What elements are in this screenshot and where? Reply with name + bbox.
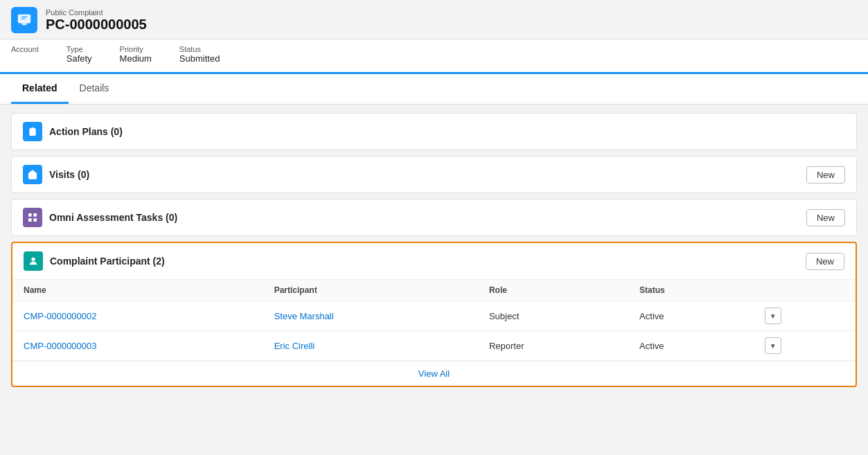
row2-participant: Eric Cirelli <box>263 331 478 361</box>
row2-status: Active <box>628 331 754 361</box>
row1-name: CMP-0000000002 <box>12 301 263 331</box>
complaint-participant-header: Complaint Participant (2) New <box>12 243 856 279</box>
omni-assessment-icon <box>23 208 42 227</box>
col-role: Role <box>478 280 628 301</box>
col-participant: Participant <box>263 280 478 301</box>
action-plans-header-left: Action Plans (0) <box>23 122 123 141</box>
row1-participant: Steve Marshall <box>263 301 478 331</box>
col-actions <box>754 280 856 301</box>
complaint-participant-title: Complaint Participant (2) <box>50 256 165 267</box>
tab-related[interactable]: Related <box>11 74 69 104</box>
meta-status: Status Submitted <box>179 45 220 64</box>
complaint-participant-new-button[interactable]: New <box>806 253 844 270</box>
meta-status-value: Submitted <box>179 53 220 64</box>
meta-type: Type Safety <box>67 45 92 64</box>
record-title: PC-0000000005 <box>46 17 147 33</box>
omni-assessment-header-left: Omni Assessment Tasks (0) <box>23 208 177 227</box>
complaint-participant-table: Name Participant Role Status CMP-0000000… <box>12 279 856 361</box>
action-plans-title: Action Plans (0) <box>49 126 123 137</box>
visits-title: Visits (0) <box>49 169 89 180</box>
meta-row: Account Type Safety Priority Medium Stat… <box>0 39 868 74</box>
meta-type-value: Safety <box>67 53 92 64</box>
row2-participant-link[interactable]: Eric Cirelli <box>274 341 315 351</box>
meta-account: Account <box>11 45 39 64</box>
row1-role: Subject <box>478 301 628 331</box>
meta-priority-label: Priority <box>120 45 152 53</box>
omni-assessment-header: Omni Assessment Tasks (0) New <box>12 199 856 235</box>
col-status: Status <box>628 280 754 301</box>
action-plans-header: Action Plans (0) <box>12 114 856 150</box>
row2-actions: ▼ <box>754 331 856 361</box>
row2-name: CMP-0000000003 <box>12 331 263 361</box>
meta-priority-value: Medium <box>120 53 152 64</box>
meta-priority: Priority Medium <box>120 45 152 64</box>
table-row: CMP-0000000003 Eric Cirelli Reporter Act… <box>12 331 856 361</box>
row2-role: Reporter <box>478 331 628 361</box>
omni-assessment-new-button[interactable]: New <box>806 209 845 226</box>
svg-rect-4 <box>33 218 37 222</box>
meta-status-label: Status <box>179 45 220 53</box>
tab-details[interactable]: Details <box>69 74 121 104</box>
visits-section: Visits (0) New <box>11 156 857 193</box>
page-header: Public Complaint PC-0000000005 <box>0 0 868 39</box>
visits-new-button[interactable]: New <box>806 166 845 184</box>
complaint-participant-icon <box>24 251 43 271</box>
omni-assessment-title: Omni Assessment Tasks (0) <box>49 212 177 223</box>
main-content: Action Plans (0) Visits (0) New Omni Ass… <box>0 105 868 395</box>
visits-icon <box>23 165 42 184</box>
app-icon <box>11 7 37 33</box>
view-all-link[interactable]: View All <box>418 368 450 379</box>
svg-rect-3 <box>28 218 32 222</box>
row1-dropdown-button[interactable]: ▼ <box>765 307 781 324</box>
row2-dropdown-button[interactable]: ▼ <box>765 337 781 354</box>
table-row: CMP-0000000002 Steve Marshall Subject Ac… <box>12 301 856 331</box>
visits-header: Visits (0) New <box>12 157 856 193</box>
row1-actions: ▼ <box>754 301 856 331</box>
complaint-participant-header-left: Complaint Participant (2) <box>24 251 165 271</box>
complaint-participant-section: Complaint Participant (2) New Name Parti… <box>11 242 857 387</box>
row1-name-link[interactable]: CMP-0000000002 <box>24 311 97 321</box>
row1-status: Active <box>628 301 754 331</box>
svg-point-5 <box>31 258 35 261</box>
visits-header-left: Visits (0) <box>23 165 89 184</box>
row1-participant-link[interactable]: Steve Marshall <box>274 311 334 321</box>
action-plans-section: Action Plans (0) <box>11 113 857 150</box>
omni-assessment-section: Omni Assessment Tasks (0) New <box>11 199 857 236</box>
meta-type-label: Type <box>67 45 92 53</box>
tabs-bar: Related Details <box>0 74 868 105</box>
record-subtitle: Public Complaint <box>46 8 147 17</box>
row2-name-link[interactable]: CMP-0000000003 <box>24 341 97 351</box>
view-all-row: View All <box>12 361 856 386</box>
svg-rect-1 <box>28 213 32 217</box>
svg-rect-2 <box>33 213 37 217</box>
header-info: Public Complaint PC-0000000005 <box>46 8 147 33</box>
meta-account-label: Account <box>11 45 39 53</box>
action-plans-icon <box>23 122 42 141</box>
col-name: Name <box>12 280 263 301</box>
